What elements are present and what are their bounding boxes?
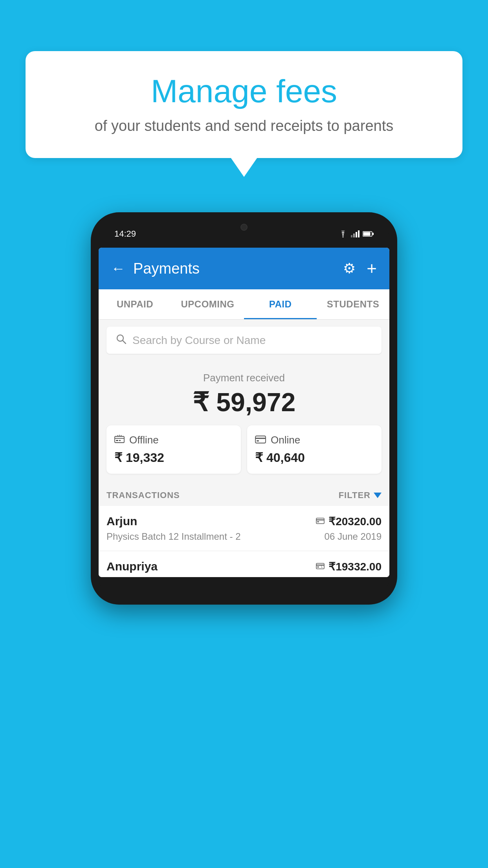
filter-button[interactable]: FILTER bbox=[339, 490, 382, 500]
wifi-icon bbox=[338, 230, 348, 237]
svg-rect-1 bbox=[351, 235, 352, 237]
svg-rect-3 bbox=[356, 232, 357, 237]
phone-device: 14:29 bbox=[91, 212, 397, 605]
svg-rect-6 bbox=[363, 232, 371, 236]
app-header: ← Payments ⚙ + bbox=[99, 248, 389, 289]
status-icons bbox=[338, 230, 374, 237]
online-amount: ₹ 40,640 bbox=[255, 450, 374, 465]
svg-rect-2 bbox=[353, 234, 355, 237]
svg-rect-10 bbox=[115, 436, 124, 443]
signal-icon bbox=[351, 230, 360, 237]
online-label: Online bbox=[271, 434, 300, 446]
camera bbox=[240, 224, 248, 231]
partial-transaction-name: Anupriya bbox=[106, 560, 158, 573]
offline-icon bbox=[114, 435, 125, 446]
filter-triangle-icon bbox=[374, 493, 382, 498]
svg-rect-4 bbox=[358, 230, 360, 237]
phone-screen: ← Payments ⚙ + UNPAID UPCOMING PAID STUD… bbox=[99, 248, 389, 577]
transaction-date: 06 June 2019 bbox=[325, 531, 382, 542]
online-icon bbox=[255, 435, 266, 446]
tab-students[interactable]: STUDENTS bbox=[317, 289, 389, 319]
tabs-bar: UNPAID UPCOMING PAID STUDENTS bbox=[99, 289, 389, 320]
back-button[interactable]: ← bbox=[111, 260, 125, 277]
offline-payment-card: Offline ₹ 19,332 bbox=[106, 425, 241, 474]
status-bar: 14:29 bbox=[99, 220, 389, 248]
svg-rect-19 bbox=[317, 521, 319, 522]
payment-total-amount: ₹ 59,972 bbox=[106, 387, 382, 417]
gear-icon[interactable]: ⚙ bbox=[343, 260, 356, 277]
notch bbox=[220, 220, 268, 234]
speech-bubble-container: Manage fees of your students and send re… bbox=[26, 51, 462, 158]
bubble-title: Manage fees bbox=[49, 73, 439, 110]
cash-payment-icon bbox=[316, 561, 325, 572]
svg-point-0 bbox=[343, 236, 344, 237]
battery-icon bbox=[363, 231, 374, 237]
transaction-name: Arjun bbox=[106, 515, 137, 528]
offline-label: Offline bbox=[129, 434, 159, 446]
transactions-label: TRANSACTIONS bbox=[106, 490, 180, 500]
status-time: 14:29 bbox=[114, 229, 136, 239]
transaction-course: Physics Batch 12 Installment - 2 bbox=[106, 531, 240, 542]
payment-received-label: Payment received bbox=[106, 372, 382, 384]
search-box[interactable]: Search by Course or Name bbox=[106, 327, 382, 354]
search-input[interactable]: Search by Course or Name bbox=[132, 334, 266, 347]
transaction-bottom: Physics Batch 12 Installment - 2 06 June… bbox=[106, 531, 382, 542]
svg-rect-22 bbox=[317, 566, 319, 568]
filter-label: FILTER bbox=[339, 490, 371, 500]
transaction-row[interactable]: Arjun ₹20320.00 Physics Batch 1 bbox=[99, 506, 389, 551]
tab-paid[interactable]: PAID bbox=[244, 289, 317, 319]
search-container: Search by Course or Name bbox=[99, 320, 389, 361]
offline-amount: ₹ 19,332 bbox=[114, 450, 233, 465]
transaction-row-partial[interactable]: Anupriya ₹19332.00 bbox=[99, 551, 389, 577]
offline-card-top: Offline bbox=[114, 434, 233, 446]
bubble-subtitle: of your students and send receipts to pa… bbox=[49, 118, 439, 134]
svg-rect-13 bbox=[119, 440, 121, 441]
phone-frame: 14:29 bbox=[91, 212, 397, 605]
header-right: ⚙ + bbox=[343, 259, 377, 278]
card-payment-icon bbox=[316, 516, 325, 526]
svg-rect-17 bbox=[316, 518, 324, 524]
online-card-top: Online bbox=[255, 434, 374, 446]
online-payment-card: Online ₹ 40,640 bbox=[247, 425, 382, 474]
add-button[interactable]: + bbox=[367, 259, 377, 278]
svg-rect-7 bbox=[372, 233, 374, 235]
svg-line-9 bbox=[123, 340, 126, 344]
phone-bottom-bar bbox=[99, 577, 389, 597]
svg-rect-14 bbox=[255, 436, 266, 443]
svg-rect-20 bbox=[316, 563, 324, 569]
transactions-header: TRANSACTIONS FILTER bbox=[99, 483, 389, 506]
svg-rect-12 bbox=[116, 440, 118, 441]
payment-cards: Offline ₹ 19,332 bbox=[106, 425, 382, 474]
page-title: Payments bbox=[133, 260, 200, 277]
transaction-amount-container: ₹20320.00 bbox=[316, 515, 382, 528]
transaction-top: Arjun ₹20320.00 bbox=[106, 515, 382, 528]
svg-rect-16 bbox=[257, 440, 259, 441]
partial-amount-container: ₹19332.00 bbox=[316, 560, 382, 573]
payment-summary: Payment received ₹ 59,972 bbox=[99, 361, 389, 483]
header-left: ← Payments bbox=[111, 260, 200, 277]
search-icon bbox=[116, 334, 126, 347]
transaction-amount: ₹20320.00 bbox=[328, 515, 382, 528]
partial-top: Anupriya ₹19332.00 bbox=[106, 560, 382, 573]
tab-upcoming[interactable]: UPCOMING bbox=[171, 289, 244, 319]
speech-bubble: Manage fees of your students and send re… bbox=[26, 51, 462, 158]
tab-unpaid[interactable]: UNPAID bbox=[99, 289, 171, 319]
partial-transaction-amount: ₹19332.00 bbox=[328, 560, 382, 573]
